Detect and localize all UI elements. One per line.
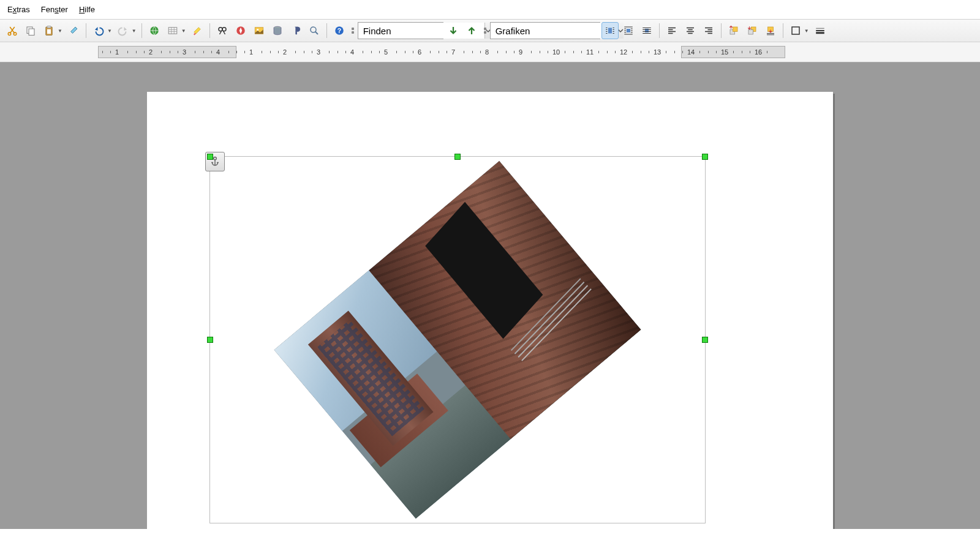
menu-hilfe[interactable]: Hilfe — [79, 5, 95, 14]
redo-dropdown[interactable]: ▼ — [132, 28, 138, 34]
svg-rect-22 — [733, 27, 737, 32]
resize-handle-w[interactable] — [207, 337, 213, 343]
svg-rect-6 — [47, 29, 51, 34]
menu-extras[interactable]: Extras — [7, 5, 30, 14]
wrap-page-button[interactable] — [620, 22, 637, 39]
hyperlink-button[interactable] — [146, 22, 163, 39]
find-next-button[interactable] — [445, 22, 462, 39]
find-combo[interactable] — [358, 22, 443, 39]
highlighting-button[interactable] — [189, 22, 206, 39]
format-paintbrush-button[interactable] — [65, 22, 82, 39]
gallery-button[interactable] — [251, 22, 268, 39]
align-left-button[interactable] — [663, 22, 680, 39]
svg-rect-24 — [748, 30, 753, 35]
svg-point-13 — [257, 29, 258, 31]
find-replace-button[interactable] — [214, 22, 231, 39]
svg-rect-3 — [29, 29, 34, 36]
separator — [86, 23, 86, 38]
toolbar-grip[interactable] — [350, 28, 355, 34]
main-toolbar: ▼ ▼ ▼ ▼ ? ▼ — [0, 20, 980, 42]
copy-button[interactable] — [22, 22, 39, 39]
svg-point-1 — [13, 32, 17, 36]
svg-rect-18 — [608, 28, 612, 34]
resize-handle-e[interactable] — [702, 337, 708, 343]
table-dropdown[interactable]: ▼ — [181, 28, 187, 34]
ruler-area: 432112345678910111213141516 — [0, 42, 980, 62]
redo-button — [115, 22, 132, 39]
align-center-button[interactable] — [682, 22, 699, 39]
separator — [141, 23, 142, 38]
document-workspace[interactable] — [0, 62, 980, 529]
horizontal-ruler[interactable]: 432112345678910111213141516 — [98, 45, 968, 59]
align-right-button[interactable] — [700, 22, 717, 39]
line-style-button[interactable] — [812, 22, 829, 39]
style-input[interactable] — [491, 23, 617, 39]
svg-rect-19 — [627, 29, 630, 32]
help-button[interactable]: ? — [331, 22, 348, 39]
borders-dropdown[interactable]: ▼ — [804, 28, 810, 34]
separator — [659, 23, 660, 38]
nonprinting-chars-button[interactable] — [287, 22, 304, 39]
borders-button[interactable] — [787, 22, 804, 39]
navigator-button[interactable] — [232, 22, 249, 39]
undo-button[interactable] — [90, 22, 107, 39]
table-button[interactable] — [164, 22, 181, 39]
inserted-image[interactable] — [274, 161, 641, 519]
undo-dropdown[interactable]: ▼ — [107, 28, 113, 34]
svg-point-0 — [8, 32, 11, 36]
svg-rect-26 — [792, 27, 799, 34]
resize-handle-nw[interactable] — [207, 154, 213, 160]
page[interactable] — [147, 92, 833, 529]
svg-rect-8 — [168, 28, 177, 34]
separator — [721, 23, 722, 38]
paste-button[interactable] — [40, 22, 58, 39]
svg-text:?: ? — [337, 27, 341, 34]
wrap-through-button[interactable] — [638, 22, 655, 39]
bring-front-button[interactable] — [725, 22, 742, 39]
image-frame[interactable] — [209, 156, 706, 523]
separator — [209, 23, 210, 38]
toolbar-grip[interactable] — [483, 28, 488, 34]
paste-dropdown[interactable]: ▼ — [58, 28, 64, 34]
svg-point-9 — [219, 28, 222, 31]
resize-handle-ne[interactable] — [702, 154, 708, 160]
zoom-button[interactable] — [306, 22, 323, 39]
separator — [326, 23, 327, 38]
find-prev-button[interactable] — [463, 22, 480, 39]
wrap-off-button[interactable] — [601, 22, 619, 39]
svg-rect-20 — [645, 29, 649, 32]
menu-bar: Extras Fenster Hilfe — [0, 0, 980, 20]
to-foreground-button[interactable] — [762, 22, 779, 39]
send-back-button[interactable] — [744, 22, 761, 39]
resize-handle-n[interactable] — [454, 154, 461, 160]
svg-point-10 — [222, 28, 226, 31]
style-combo[interactable] — [490, 22, 600, 39]
separator — [783, 23, 783, 38]
cut-button[interactable] — [4, 22, 21, 39]
svg-point-27 — [214, 157, 217, 160]
svg-rect-5 — [47, 26, 51, 28]
data-sources-button[interactable] — [269, 22, 286, 39]
menu-fenster[interactable]: Fenster — [41, 5, 68, 14]
